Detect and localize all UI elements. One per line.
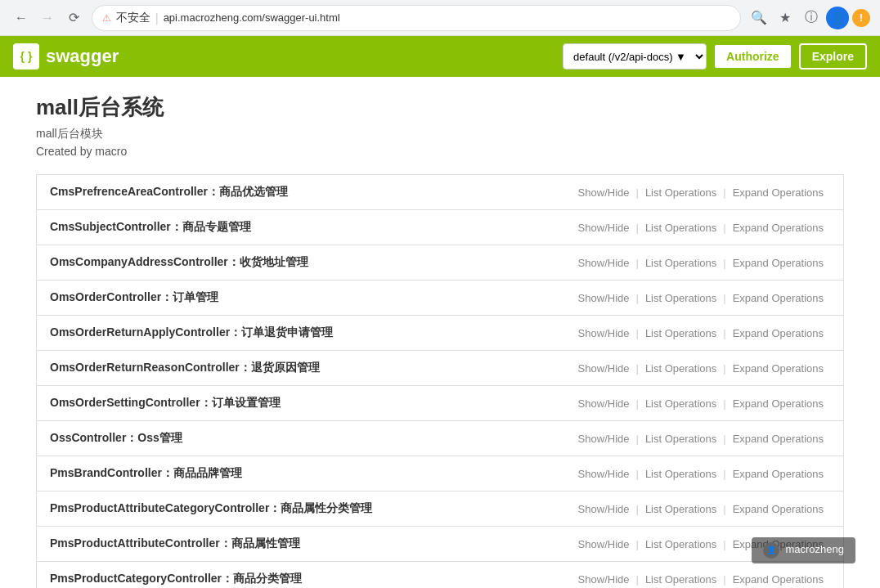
controller-actions: Show/Hide | List Operations | Expand Ope… — [572, 327, 830, 339]
controller-row[interactable]: OmsOrderReturnApplyController：订单退货申请管理Sh… — [37, 316, 843, 350]
expand-operations-link[interactable]: Expand Operations — [726, 397, 830, 410]
list-operations-link[interactable]: List Operations — [639, 327, 723, 339]
controller-item: PmsProductAttributeCategoryController：商品… — [37, 491, 843, 527]
expand-operations-link[interactable]: Expand Operations — [726, 292, 830, 304]
expand-operations-link[interactable]: Expand Operations — [726, 538, 830, 550]
controller-name: OmsOrderReturnReasonController：退货原因管理 — [50, 361, 320, 375]
address-bar: ⚠ 不安全 | api.macrozheng.com/swagger-ui.ht… — [92, 5, 741, 31]
expand-operations-link[interactable]: Expand Operations — [726, 503, 830, 515]
controller-item: PmsProductCategoryController：商品分类管理Show/… — [37, 562, 843, 588]
show-hide-link[interactable]: Show/Hide — [572, 186, 636, 199]
controller-name: PmsBrandController：商品品牌管理 — [50, 466, 242, 481]
show-hide-link[interactable]: Show/Hide — [572, 327, 636, 339]
show-hide-link[interactable]: Show/Hide — [572, 573, 636, 586]
browser-chrome: ← → ⟳ ⚠ 不安全 | api.macrozheng.com/swagger… — [0, 0, 880, 36]
main-content: mall后台系统 mall后台模块 Created by macro CmsPr… — [23, 77, 857, 588]
show-hide-link[interactable]: Show/Hide — [572, 433, 636, 445]
controller-actions: Show/Hide | List Operations | Expand Ope… — [572, 433, 830, 445]
show-hide-link[interactable]: Show/Hide — [572, 222, 636, 234]
expand-operations-link[interactable]: Expand Operations — [726, 362, 830, 375]
expand-operations-link[interactable]: Expand Operations — [726, 433, 830, 445]
search-browser-button[interactable]: 🔍 — [748, 7, 770, 29]
controller-row[interactable]: PmsProductAttributeController：商品属性管理Show… — [37, 527, 843, 561]
show-hide-link[interactable]: Show/Hide — [572, 468, 636, 480]
controller-actions: Show/Hide | List Operations | Expand Ope… — [572, 186, 830, 199]
controller-actions: Show/Hide | List Operations | Expand Ope… — [572, 503, 830, 515]
list-operations-link[interactable]: List Operations — [639, 433, 723, 445]
url-text[interactable]: api.macrozheng.com/swagger-ui.html — [164, 11, 730, 24]
controller-item: PmsProductAttributeController：商品属性管理Show… — [37, 527, 843, 562]
list-operations-link[interactable]: List Operations — [639, 573, 723, 586]
warning-button[interactable]: ! — [852, 9, 870, 27]
controller-actions: Show/Hide | List Operations | Expand Ope… — [572, 538, 830, 550]
controller-name: CmsPrefrenceAreaController：商品优选管理 — [50, 185, 288, 200]
controller-row[interactable]: OmsCompanyAddressController：收货地址管理Show/H… — [37, 245, 843, 280]
controller-item: CmsSubjectController：商品专题管理Show/Hide | L… — [37, 210, 843, 245]
list-operations-link[interactable]: List Operations — [639, 257, 723, 269]
expand-operations-link[interactable]: Expand Operations — [726, 222, 830, 234]
api-created-by: Created by macro — [36, 145, 844, 158]
list-operations-link[interactable]: List Operations — [639, 468, 723, 480]
controller-name: PmsProductAttributeCategoryController：商品… — [50, 501, 372, 516]
show-hide-link[interactable]: Show/Hide — [572, 362, 636, 375]
separator: | — [155, 11, 159, 25]
controller-name: CmsSubjectController：商品专题管理 — [50, 220, 251, 235]
controller-row[interactable]: CmsSubjectController：商品专题管理Show/Hide | L… — [37, 210, 843, 245]
controller-item: OmsOrderSettingController：订单设置管理Show/Hid… — [37, 386, 843, 421]
show-hide-link[interactable]: Show/Hide — [572, 503, 636, 515]
controller-name: PmsProductAttributeController：商品属性管理 — [50, 536, 300, 551]
controller-row[interactable]: OmsOrderSettingController：订单设置管理Show/Hid… — [37, 386, 843, 420]
refresh-button[interactable]: ⟳ — [62, 7, 85, 29]
controller-actions: Show/Hide | List Operations | Expand Ope… — [572, 222, 830, 234]
forward-button[interactable]: → — [36, 7, 59, 29]
explore-button[interactable]: Explore — [799, 43, 867, 70]
show-hide-link[interactable]: Show/Hide — [572, 257, 636, 269]
authorize-button[interactable]: Authorize — [713, 43, 792, 70]
list-operations-link[interactable]: List Operations — [639, 538, 723, 550]
expand-operations-link[interactable]: Expand Operations — [726, 186, 830, 199]
controller-name: OssController：Oss管理 — [50, 431, 182, 446]
list-operations-link[interactable]: List Operations — [639, 222, 723, 234]
controller-row[interactable]: PmsProductAttributeCategoryController：商品… — [37, 491, 843, 526]
expand-operations-link[interactable]: Expand Operations — [726, 468, 830, 480]
show-hide-link[interactable]: Show/Hide — [572, 397, 636, 410]
controller-actions: Show/Hide | List Operations | Expand Ope… — [572, 257, 830, 269]
controller-row[interactable]: PmsProductCategoryController：商品分类管理Show/… — [37, 562, 843, 588]
controller-item: CmsPrefrenceAreaController：商品优选管理Show/Hi… — [37, 175, 843, 210]
controller-actions: Show/Hide | List Operations | Expand Ope… — [572, 573, 830, 586]
security-label: 不安全 — [116, 11, 150, 25]
controller-row[interactable]: OmsOrderReturnReasonController：退货原因管理Sho… — [37, 351, 843, 385]
show-hide-link[interactable]: Show/Hide — [572, 292, 636, 304]
back-button[interactable]: ← — [10, 7, 33, 29]
swagger-header: { } swagger default (/v2/api-docs) ▼ Aut… — [0, 36, 880, 77]
controller-row[interactable]: PmsBrandController：商品品牌管理Show/Hide | Lis… — [37, 456, 843, 491]
controller-name: OmsOrderReturnApplyController：订单退货申请管理 — [50, 325, 333, 340]
expand-operations-link[interactable]: Expand Operations — [726, 327, 830, 339]
controller-row[interactable]: CmsPrefrenceAreaController：商品优选管理Show/Hi… — [37, 175, 843, 209]
api-title: mall后台系统 — [36, 93, 844, 122]
show-hide-link[interactable]: Show/Hide — [572, 538, 636, 550]
list-operations-link[interactable]: List Operations — [639, 397, 723, 410]
expand-operations-link[interactable]: Expand Operations — [726, 257, 830, 269]
list-operations-link[interactable]: List Operations — [639, 362, 723, 375]
list-operations-link[interactable]: List Operations — [639, 503, 723, 515]
controller-list: CmsPrefrenceAreaController：商品优选管理Show/Hi… — [36, 174, 844, 588]
list-operations-link[interactable]: List Operations — [639, 292, 723, 304]
controller-item: OmsOrderController：订单管理Show/Hide | List … — [37, 281, 843, 316]
controller-name: OmsCompanyAddressController：收货地址管理 — [50, 255, 308, 270]
account-info-button[interactable]: ⓘ — [800, 7, 823, 29]
controller-item: OmsOrderReturnApplyController：订单退货申请管理Sh… — [37, 316, 843, 351]
controller-actions: Show/Hide | List Operations | Expand Ope… — [572, 292, 830, 304]
profile-button[interactable]: 👤 — [826, 7, 849, 29]
bookmark-button[interactable]: ★ — [774, 7, 797, 29]
controller-row[interactable]: OmsOrderController：订单管理Show/Hide | List … — [37, 281, 843, 315]
api-subtitle: mall后台模块 — [36, 127, 844, 141]
api-selector[interactable]: default (/v2/api-docs) ▼ — [563, 43, 707, 70]
list-operations-link[interactable]: List Operations — [639, 186, 723, 199]
controller-item: PmsBrandController：商品品牌管理Show/Hide | Lis… — [37, 456, 843, 491]
expand-operations-link[interactable]: Expand Operations — [726, 573, 830, 586]
swagger-title: swagger — [46, 46, 119, 67]
controller-row[interactable]: OssController：Oss管理Show/Hide | List Oper… — [37, 421, 843, 456]
controller-item: OmsCompanyAddressController：收货地址管理Show/H… — [37, 245, 843, 281]
controller-actions: Show/Hide | List Operations | Expand Ope… — [572, 397, 830, 410]
